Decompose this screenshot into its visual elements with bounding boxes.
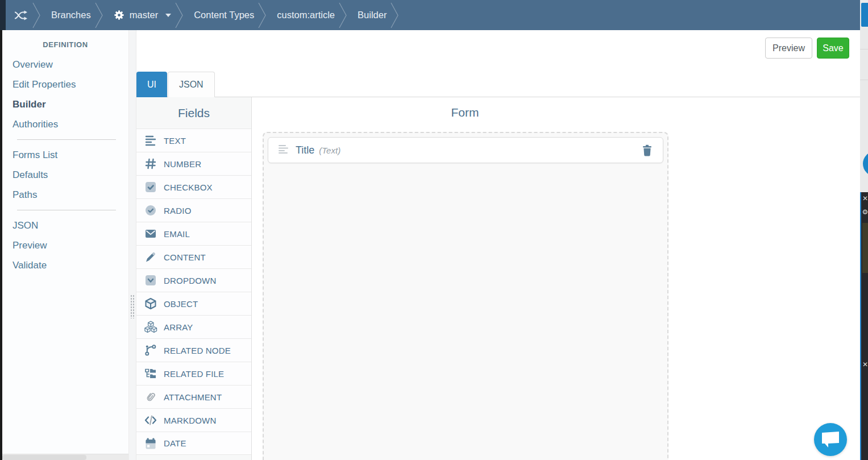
field-type-label: ARRAY	[164, 322, 193, 332]
breadcrumb-item-shuffle-icon[interactable]	[6, 0, 32, 30]
field-type-radio[interactable]: RADIO	[136, 198, 251, 222]
field-type-label: RELATED NODE	[164, 346, 231, 355]
sidebar-heading: DEFINITION	[2, 40, 128, 49]
field-type-content[interactable]: CONTENT	[136, 245, 251, 268]
field-type-label: ATTACHMENT	[164, 392, 222, 402]
field-type-checkbox[interactable]: CHECKBOX	[136, 175, 251, 198]
form-field-name: Title	[296, 144, 314, 156]
breadcrumb-separator	[175, 0, 186, 30]
breadcrumb-item-custom-article[interactable]: custom:article	[269, 0, 338, 30]
sidebar-item-preview[interactable]: Preview	[2, 235, 128, 255]
trash-icon[interactable]	[641, 144, 653, 156]
breadcrumb-separator	[258, 0, 269, 30]
field-type-label: CONTENT	[164, 252, 206, 262]
sidebar-item-builder[interactable]: Builder	[2, 94, 128, 114]
sidebar-item-validate[interactable]: Validate	[2, 255, 128, 275]
field-type-number[interactable]: NUMBER	[136, 152, 251, 175]
field-type-array[interactable]: ARRAY	[136, 315, 251, 338]
attachment-icon	[144, 391, 157, 403]
sidebar-item-edit-properties[interactable]: Edit Properties	[2, 74, 128, 94]
tab-bar: UIJSON	[136, 71, 860, 97]
sidebar-section: Forms ListDefaultsPaths	[2, 145, 128, 205]
gear-icon[interactable]: ⚙	[861, 208, 868, 216]
close-icon[interactable]: ✕	[861, 360, 868, 368]
sidebar-divider	[17, 139, 116, 140]
breadcrumb-label: Content Types	[194, 10, 254, 20]
background-window-sliver: ✕ ⚙ ✕	[860, 0, 868, 460]
scrollbar-thumb[interactable]	[2, 455, 86, 460]
preview-button[interactable]: Preview	[765, 38, 812, 59]
tab-json[interactable]: JSON	[168, 72, 215, 97]
sidebar-item-overview[interactable]: Overview	[2, 55, 128, 74]
field-type-related-node[interactable]: RELATED NODE	[136, 338, 251, 362]
breadcrumb-separator	[390, 0, 401, 30]
email-icon	[144, 227, 157, 240]
form-dropzone[interactable]: Title (Text)	[263, 132, 668, 460]
field-type-text[interactable]: TEXT	[136, 129, 251, 152]
sidebar-item-json[interactable]: JSON	[2, 216, 128, 235]
field-type-label: RELATED FILE	[164, 369, 224, 379]
field-type-label: OBJECT	[164, 299, 198, 309]
field-type-related-file[interactable]: RELATED FILE	[136, 362, 251, 385]
sidebar-item-forms-list[interactable]: Forms List	[2, 145, 128, 165]
checkbox-icon	[144, 181, 157, 193]
sidebar-item-defaults[interactable]: Defaults	[2, 165, 128, 185]
field-type-label: NUMBER	[164, 159, 201, 169]
field-type-date[interactable]: DATE	[136, 432, 251, 455]
resize-handle[interactable]	[130, 295, 135, 318]
field-type-email[interactable]: EMAIL	[136, 222, 251, 245]
app-window: BranchesmasterContent Typescustom:articl…	[0, 0, 868, 460]
array-icon	[144, 321, 157, 333]
number-icon	[144, 158, 157, 170]
text-icon	[144, 134, 157, 147]
tab-ui[interactable]: UI	[136, 72, 167, 97]
background-devtools: ✕ ⚙ ✕	[860, 192, 868, 460]
field-type-markdown[interactable]: MARKDOWN	[136, 408, 251, 432]
breadcrumb-item-content-types[interactable]: Content Types	[186, 0, 258, 30]
field-type-label: DROPDOWN	[164, 276, 216, 285]
sidebar-divider	[128, 30, 136, 460]
date-icon	[144, 437, 157, 450]
form-field-type: (Text)	[319, 146, 340, 155]
fields-panel: Fields TEXTNUMBERCHECKBOXRADIOEMAILCONTE…	[136, 97, 252, 460]
sidebar-section: OverviewEdit PropertiesBuilderAuthoritie…	[2, 55, 128, 134]
background-window-header	[861, 3, 868, 27]
field-type-label: RADIO	[164, 206, 192, 216]
chat-launcher-button[interactable]	[814, 423, 847, 456]
content-icon	[144, 251, 157, 263]
background-chat-bubble	[863, 151, 868, 176]
form-panel-title: Form	[263, 106, 667, 119]
horizontal-scrollbar[interactable]	[2, 454, 128, 460]
breadcrumb-separator	[94, 0, 106, 30]
save-button[interactable]: Save	[817, 38, 849, 59]
field-type-attachment[interactable]: ATTACHMENT	[136, 385, 251, 408]
field-type-dropdown[interactable]: DROPDOWN	[136, 268, 251, 292]
breadcrumb: BranchesmasterContent Typescustom:articl…	[0, 0, 860, 30]
breadcrumb-separator	[338, 0, 350, 30]
form-field-card[interactable]: Title (Text)	[268, 137, 663, 163]
sidebar-divider	[17, 210, 116, 210]
drag-icon	[278, 144, 289, 156]
fields-list: TEXTNUMBERCHECKBOXRADIOEMAILCONTENTDROPD…	[136, 129, 251, 455]
breadcrumb-item-master[interactable]: master	[106, 0, 175, 30]
radio-icon	[144, 204, 157, 217]
breadcrumb-label: Branches	[51, 10, 91, 20]
fields-panel-title: Fields	[136, 97, 251, 129]
breadcrumb-label: Builder	[358, 10, 387, 20]
caret-down-icon	[165, 14, 171, 17]
close-icon[interactable]: ✕	[861, 194, 868, 202]
sidebar-item-authorities[interactable]: Authorities	[2, 114, 128, 134]
breadcrumb-item-builder[interactable]: Builder	[350, 0, 390, 30]
sidebar-item-paths[interactable]: Paths	[2, 185, 128, 205]
related-file-icon	[144, 367, 157, 380]
shuffle-icon	[14, 9, 28, 22]
field-type-object[interactable]: OBJECT	[136, 292, 251, 315]
related-node-icon	[144, 344, 157, 357]
field-type-label: MARKDOWN	[164, 416, 216, 425]
field-type-label: DATE	[164, 438, 186, 448]
field-type-label: CHECKBOX	[164, 183, 213, 192]
window-edge-dark	[0, 0, 6, 30]
breadcrumb-item-branches[interactable]: Branches	[43, 0, 94, 30]
breadcrumb-label: custom:article	[277, 10, 335, 20]
sidebar-section: JSONPreviewValidate	[2, 216, 128, 275]
